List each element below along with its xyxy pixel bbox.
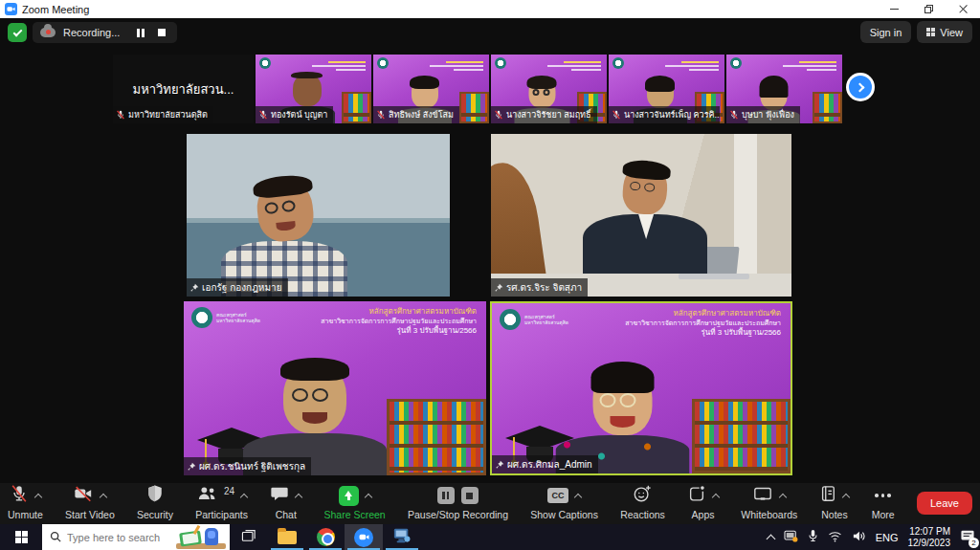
- chevron-up-icon[interactable]: [364, 493, 371, 500]
- chrome-taskbar-icon[interactable]: [306, 524, 345, 550]
- unmute-button[interactable]: Unmute: [8, 486, 43, 520]
- minimize-icon: [890, 9, 899, 10]
- action-center-button[interactable]: 2: [955, 524, 980, 550]
- zoom-meeting-window: Zoom Meeting Recording... Sign in View ม…: [0, 0, 980, 550]
- search-daily-illustration[interactable]: [176, 525, 226, 549]
- recording-label: Recording...: [63, 27, 120, 38]
- search-input[interactable]: [67, 532, 170, 543]
- tray-language[interactable]: ENG: [871, 524, 903, 550]
- chevron-up-icon[interactable]: [574, 493, 582, 500]
- shield-icon: [146, 484, 164, 507]
- window-title: Zoom Meeting: [22, 4, 89, 15]
- notes-button[interactable]: Notes: [819, 486, 849, 520]
- start-video-button[interactable]: Start Video: [65, 486, 115, 520]
- tray-volume[interactable]: [847, 524, 871, 550]
- background-header-decor: [547, 59, 601, 71]
- task-view-icon: [241, 529, 256, 546]
- whiteboards-button[interactable]: Whiteboards: [741, 486, 797, 520]
- restore-button[interactable]: [911, 0, 946, 18]
- chevron-up-icon[interactable]: [34, 493, 42, 500]
- tray-wifi[interactable]: [823, 524, 847, 550]
- tray-clock[interactable]: 12:07 PM 12/9/2023: [903, 524, 956, 550]
- background-header-decor: [312, 59, 366, 71]
- speaker-icon: [852, 529, 866, 546]
- faculty-logo-icon: [500, 309, 521, 330]
- chrome-icon: [317, 528, 335, 546]
- chevron-up-icon[interactable]: [100, 493, 107, 500]
- minimize-button[interactable]: [877, 0, 911, 18]
- search-icon: [50, 529, 61, 546]
- windows-logo-icon: [15, 531, 28, 543]
- task-view-button[interactable]: [230, 524, 268, 550]
- start-button[interactable]: [0, 524, 42, 550]
- share-screen-button[interactable]: Share Screen: [324, 486, 386, 520]
- tray-display-notification[interactable]: [779, 524, 803, 550]
- filmstrip-tile-1[interactable]: มหาวิทยาลัยสวน... มหาวิทยาลัยสวนดุสิต: [113, 55, 254, 123]
- pin-icon: [189, 283, 199, 293]
- date-text: 12/9/2023: [908, 538, 951, 549]
- folder-icon: [278, 531, 297, 544]
- encryption-shield-icon: [8, 23, 27, 42]
- gallery-tile-2[interactable]: รศ.ดร.จิระ จิตสุภา: [491, 134, 791, 297]
- view-grid-icon: [926, 28, 935, 36]
- chevron-up-icon[interactable]: [295, 493, 302, 500]
- filmstrip-tile-2[interactable]: ทองรัตน์ บุญตา: [256, 55, 371, 123]
- pause-stop-recording-button[interactable]: Pause/Stop Recording: [408, 486, 508, 520]
- chat-button[interactable]: Chat: [270, 486, 301, 520]
- faculty-logo-icon: [495, 57, 506, 69]
- participant-name-label: ผศ.ดร.ศิกมล_Admin: [492, 455, 598, 473]
- tray-expand-button[interactable]: [763, 524, 779, 550]
- filmstrip-tile-4[interactable]: นางสาวจิรัชยา สมฤทธิ์: [491, 55, 607, 123]
- zoom-taskbar-icon[interactable]: [345, 524, 383, 550]
- show-captions-button[interactable]: CC Show Captions: [530, 486, 598, 520]
- gallery-tile-1[interactable]: เอกรัฐ กองกฎหมาย: [187, 134, 450, 297]
- sign-in-button[interactable]: Sign in: [860, 21, 912, 43]
- apps-button[interactable]: Apps: [687, 486, 719, 520]
- chevron-up-icon[interactable]: [842, 493, 850, 500]
- background-header-decor: [665, 59, 719, 71]
- restore-icon: [924, 6, 932, 13]
- screen-alert-icon: [784, 529, 798, 546]
- pin-icon: [495, 460, 504, 470]
- smiley-plus-icon: [633, 484, 652, 507]
- close-button[interactable]: [946, 0, 980, 18]
- chevron-up-icon[interactable]: [712, 493, 720, 500]
- faculty-logo-icon: [612, 57, 624, 69]
- taskbar-search[interactable]: [42, 524, 230, 550]
- stop-recording-icon[interactable]: [461, 487, 479, 504]
- file-explorer-taskbar-icon[interactable]: [268, 524, 306, 550]
- pause-recording-icon[interactable]: [437, 487, 455, 504]
- participant-name-label: มหาวิทยาลัยสวนดุสิต: [113, 106, 213, 123]
- background-header-text: หลักสูตรศึกษาศาสตรมหาบัณฑิต สาขาวิชาการจ…: [625, 309, 781, 338]
- leave-button[interactable]: Leave: [917, 492, 972, 515]
- recording-pill: Recording...: [33, 22, 177, 43]
- reactions-button[interactable]: Reactions: [620, 486, 665, 520]
- filmstrip-tile-6[interactable]: บุษบา ฟุ้งเฟื่อง: [726, 55, 842, 123]
- participants-button[interactable]: 24 Participants: [195, 486, 248, 520]
- participants-count-badge: 24: [224, 486, 234, 496]
- chevron-up-icon[interactable]: [779, 493, 787, 500]
- gallery-tile-4-active-speaker[interactable]: คณะครุศาสตร์ มหาวิทยาลัยสวนดุสิต หลักสูต…: [490, 301, 792, 475]
- filmstrip-next-button[interactable]: [846, 73, 875, 101]
- gallery-tile-3[interactable]: คณะครุศาสตร์ มหาวิทยาลัยสวนดุสิต หลักสูต…: [184, 301, 486, 475]
- tray-microphone[interactable]: [803, 524, 823, 550]
- filmstrip-tile-5[interactable]: นางสาวจันทร์เพ็ญ ควรคิ...: [609, 55, 724, 123]
- window-titlebar: Zoom Meeting: [0, 0, 980, 18]
- more-button[interactable]: More: [872, 486, 895, 520]
- chevron-up-icon[interactable]: [240, 493, 248, 500]
- filmstrip-tile-3[interactable]: สิทธิพงษ์ สังข์โสม: [373, 55, 489, 123]
- view-label: View: [940, 27, 963, 38]
- security-button[interactable]: Security: [137, 486, 173, 520]
- mic-muted-icon: [494, 110, 503, 120]
- stop-recording-button[interactable]: [158, 29, 166, 36]
- background-header-decor: [783, 59, 836, 71]
- view-button[interactable]: View: [917, 21, 972, 43]
- zoom-logo-icon: [5, 3, 17, 15]
- pause-recording-button[interactable]: [137, 29, 145, 37]
- pin-icon: [187, 462, 196, 472]
- participant-name-label: รศ.ดร.จิระ จิตสุภา: [491, 278, 588, 297]
- faculty-logo-icon: [259, 57, 271, 69]
- chevron-up-icon: [766, 534, 775, 543]
- participant-name-label: ผศ.ดร.ชนินทร์ ฐิติเพชรกุล: [184, 457, 311, 475]
- remote-pc-taskbar-icon[interactable]: [383, 524, 421, 550]
